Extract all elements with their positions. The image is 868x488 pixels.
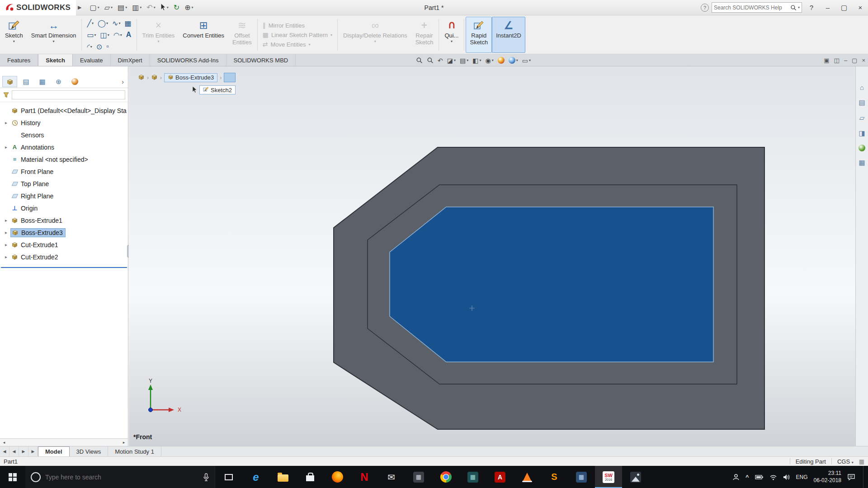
- rollback-bar[interactable]: [1, 267, 127, 268]
- file-explorer-icon[interactable]: ▱: [859, 114, 865, 122]
- taskbar-search-input[interactable]: [45, 474, 198, 481]
- tab-sketch[interactable]: Sketch: [38, 54, 73, 66]
- store-button[interactable]: [297, 466, 324, 488]
- vlc-button[interactable]: [514, 466, 541, 488]
- appearances-icon[interactable]: [859, 145, 865, 151]
- tree-item-right-plane[interactable]: Right Plane: [0, 190, 128, 202]
- zoom-to-area-button[interactable]: [427, 57, 434, 64]
- taskbar-search[interactable]: [25, 466, 215, 488]
- offset-entities-button[interactable]: ≋ Offset Entities: [228, 17, 256, 53]
- sublime-button[interactable]: S: [541, 466, 568, 488]
- plane-tool-button[interactable]: ▫: [105, 41, 110, 52]
- display-delete-relations-button[interactable]: ∞ Display/Delete Relations ▾: [339, 17, 411, 53]
- tree-item-material[interactable]: ≡ Material <not specified>: [0, 153, 128, 165]
- tree-item-sensors[interactable]: Sensors: [0, 129, 128, 141]
- expand-arrow-icon[interactable]: ▸: [4, 145, 9, 150]
- zoom-to-fit-button[interactable]: [416, 57, 423, 64]
- tab-nav-next-icon[interactable]: ▶: [19, 446, 28, 456]
- hide-show-items-button[interactable]: ◉▾: [485, 57, 493, 64]
- dock-panel2-icon[interactable]: ◫: [834, 57, 840, 64]
- app-help-button[interactable]: ?: [805, 2, 818, 14]
- panel-collapse-chevron-icon[interactable]: ›: [122, 78, 126, 85]
- maximize-button[interactable]: ▢: [837, 2, 851, 14]
- app-button-1[interactable]: ▦: [405, 466, 432, 488]
- open-document-button[interactable]: ▱▾: [103, 2, 114, 13]
- edge-button[interactable]: e: [242, 466, 269, 488]
- tab-dimxpert[interactable]: DimXpert: [111, 54, 150, 66]
- view-palette-icon[interactable]: ◨: [859, 129, 865, 137]
- linear-sketch-pattern-button[interactable]: ▦ Linear Sketch Pattern ▾: [263, 31, 332, 38]
- quick-snaps-button[interactable]: ∪ Qui... ▾: [440, 17, 462, 53]
- statusbar-icon[interactable]: ▦: [859, 458, 864, 465]
- display-style-button[interactable]: ◧▾: [472, 57, 481, 64]
- tab-nav-prev-icon[interactable]: ◀: [9, 446, 19, 456]
- instant2d-button[interactable]: ∠ Instant2D: [492, 17, 525, 53]
- firefox-button[interactable]: [324, 466, 351, 488]
- chrome-button[interactable]: [432, 466, 459, 488]
- filter-funnel-icon[interactable]: [3, 92, 9, 99]
- microphone-icon[interactable]: [203, 473, 209, 481]
- spline-tool-button[interactable]: ∿▾: [111, 18, 122, 28]
- photos-button[interactable]: [622, 466, 649, 488]
- view-orientation-button[interactable]: ▤▾: [460, 57, 468, 64]
- dimxpertmanager-tab[interactable]: ⊕: [51, 76, 66, 87]
- home-icon[interactable]: ⌂: [860, 84, 864, 91]
- file-explorer-button[interactable]: [269, 466, 297, 488]
- show-desktop-button[interactable]: [863, 466, 866, 488]
- graphics-viewport[interactable]: › › Boss-Extrude3 › Sketch2: [129, 66, 855, 446]
- custom-properties-icon[interactable]: ▦: [859, 159, 865, 167]
- mirror-entities-button[interactable]: ∥ Mirror Entities: [263, 22, 332, 29]
- breadcrumb-selected-face-chip[interactable]: [224, 73, 236, 82]
- action-center-icon[interactable]: [847, 474, 855, 481]
- tree-item-cut-extrude1[interactable]: ▸ Cut-Extrude1: [0, 239, 128, 251]
- acrobat-button[interactable]: A: [486, 466, 514, 488]
- new-document-button[interactable]: ▢▾: [88, 2, 101, 13]
- doc-restore-button[interactable]: ▢: [852, 57, 857, 64]
- options-button[interactable]: ⊕▾: [183, 2, 195, 13]
- design-library-icon[interactable]: ▤: [859, 99, 865, 107]
- edit-appearance-button[interactable]: [498, 57, 505, 64]
- undo-button[interactable]: ↶▾: [145, 2, 157, 13]
- section-view-button[interactable]: ◪▾: [447, 57, 456, 64]
- breadcrumb-sketch-chip[interactable]: Sketch2: [199, 85, 236, 94]
- doc-close-button[interactable]: ×: [862, 57, 865, 64]
- rebuild-button[interactable]: ↻: [172, 2, 181, 13]
- menu-flyout-icon[interactable]: ▶: [78, 5, 81, 10]
- search-icon[interactable]: [790, 5, 797, 11]
- network-wifi-icon[interactable]: [769, 474, 777, 480]
- apply-scene-button[interactable]: ▾: [509, 57, 518, 64]
- fillet-tool-button[interactable]: ◜▾: [85, 41, 93, 52]
- smart-dimension-button[interactable]: ↔ Smart Dimension ▾: [27, 17, 80, 53]
- point-tool-button[interactable]: ⊙: [95, 41, 104, 52]
- breadcrumb-feature-chip[interactable]: Boss-Extrude3: [164, 73, 217, 82]
- convert-entities-button[interactable]: ⊞ Convert Entities: [179, 17, 228, 53]
- tab-evaluate[interactable]: Evaluate: [73, 54, 111, 66]
- tree-item-cut-extrude2[interactable]: ▸ Cut-Extrude2: [0, 251, 128, 263]
- expand-arrow-icon[interactable]: ▸: [4, 230, 9, 235]
- model-tab[interactable]: Model: [38, 446, 70, 456]
- featuremanager-tab[interactable]: [2, 76, 17, 87]
- repair-sketch-button[interactable]: + Repair Sketch: [411, 17, 438, 53]
- trim-entities-button[interactable]: × Trim Entities ▾: [138, 17, 179, 53]
- help-circle-icon[interactable]: ?: [701, 4, 709, 12]
- tab-features[interactable]: Features: [0, 54, 38, 66]
- select-button[interactable]: ▾: [159, 3, 170, 12]
- expand-arrow-icon[interactable]: ▸: [4, 242, 9, 247]
- expand-arrow-icon[interactable]: ▸: [4, 218, 9, 223]
- motion-study-tab[interactable]: Motion Study 1: [108, 446, 161, 456]
- configurationmanager-tab[interactable]: ▦: [35, 76, 50, 87]
- sketch-button[interactable]: Sketch ▾: [1, 17, 27, 53]
- slot-tool-button[interactable]: ◫▾: [99, 29, 111, 40]
- previous-view-button[interactable]: ↶: [438, 57, 443, 64]
- app-button-3[interactable]: ▦: [568, 466, 595, 488]
- taskbar-clock[interactable]: 23:11 06-02-2018: [814, 470, 841, 484]
- speaker-icon[interactable]: [783, 474, 790, 480]
- displaymanager-tab[interactable]: [67, 76, 82, 87]
- tree-item-front-plane[interactable]: Front Plane: [0, 165, 128, 178]
- breadcrumb-part-icon[interactable]: [138, 74, 145, 82]
- mail-button[interactable]: ✉: [378, 466, 405, 488]
- sketch-pattern-button[interactable]: ▦: [123, 18, 132, 28]
- tree-item-boss-extrude3[interactable]: ▸ Boss-Extrude3: [0, 226, 128, 239]
- propertymanager-tab[interactable]: ▤: [19, 76, 33, 87]
- tree-item-top-plane[interactable]: Top Plane: [0, 178, 128, 190]
